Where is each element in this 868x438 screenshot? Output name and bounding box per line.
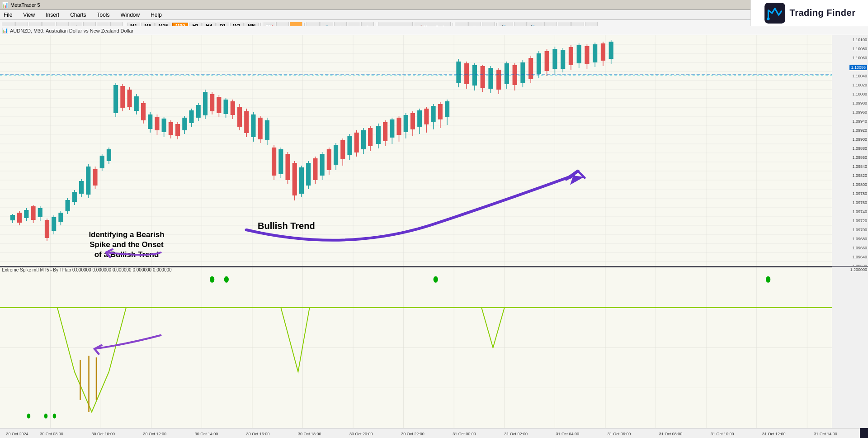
svg-rect-189: [513, 65, 517, 85]
svg-rect-143: [340, 140, 345, 159]
svg-rect-203: [569, 47, 573, 65]
menu-charts[interactable]: Charts: [68, 11, 88, 19]
menu-insert[interactable]: Insert: [44, 11, 61, 19]
svg-rect-201: [561, 50, 565, 69]
indicator-panel: [0, 267, 860, 428]
svg-rect-183: [488, 68, 493, 89]
menu-file[interactable]: File: [2, 11, 14, 19]
price-label-12: 1.09880: [852, 146, 867, 151]
svg-rect-131: [299, 167, 304, 194]
price-label-13: 1.09860: [852, 155, 867, 160]
svg-rect-133: [306, 163, 311, 186]
svg-rect-99: [189, 110, 193, 123]
svg-rect-129: [292, 163, 297, 195]
indicator-label: Extreme Spike mtf MT5 - By TFlab 0.00000…: [2, 267, 172, 272]
chart-symbol-timeframe: AUDNZD, M30: Australian Dollar vs New Ze…: [10, 28, 133, 33]
svg-rect-121: [265, 120, 269, 140]
svg-rect-127: [285, 154, 290, 180]
svg-rect-2: [0, 35, 860, 266]
svg-rect-101: [196, 105, 201, 118]
price-label-14: 1.09840: [852, 164, 867, 169]
svg-rect-123: [272, 148, 276, 176]
svg-rect-191: [520, 62, 525, 83]
svg-point-251: [44, 414, 48, 419]
time-axis: 30 Oct 2024 30 Oct 08:00 30 Oct 10:00 30…: [0, 428, 860, 438]
time-label-2: 30 Oct 08:00: [40, 432, 63, 436]
price-label-1: 1.10100: [852, 38, 867, 42]
price-label-16: 1.09800: [852, 182, 867, 187]
svg-point-245: [210, 276, 214, 283]
svg-rect-171: [438, 104, 443, 119]
time-label-6: 30 Oct 16:00: [246, 432, 270, 436]
time-label-14: 31 Oct 08:00: [659, 432, 683, 436]
svg-rect-185: [496, 70, 501, 90]
logo-icon: [764, 2, 786, 24]
svg-point-1: [767, 17, 769, 20]
svg-rect-57: [45, 220, 49, 238]
svg-rect-93: [169, 122, 173, 135]
price-label-23: 1.09660: [852, 246, 867, 250]
svg-rect-53: [31, 206, 35, 220]
time-label-11: 31 Oct 02:00: [504, 432, 528, 436]
time-label-8: 30 Oct 20:00: [349, 432, 373, 436]
svg-point-252: [53, 414, 57, 419]
svg-rect-161: [404, 115, 408, 132]
svg-rect-47: [10, 215, 15, 220]
svg-rect-151: [368, 128, 373, 146]
svg-rect-209: [593, 44, 597, 62]
app-icon: 📊: [2, 2, 9, 8]
time-label-12: 31 Oct 04:00: [556, 432, 580, 436]
svg-rect-65: [72, 192, 77, 202]
svg-rect-165: [417, 110, 422, 127]
menu-bar: File View Insert Charts Tools Window Hel…: [0, 10, 868, 20]
svg-rect-97: [182, 118, 187, 130]
time-label-15: 31 Oct 10:00: [711, 432, 734, 436]
svg-rect-195: [537, 53, 541, 74]
svg-rect-105: [210, 94, 214, 111]
time-label-10: 31 Oct 00:00: [453, 432, 476, 436]
price-label-24: 1.09640: [852, 255, 867, 259]
time-label-9: 30 Oct 22:00: [401, 432, 425, 436]
svg-rect-63: [66, 200, 70, 211]
svg-rect-71: [93, 169, 97, 186]
indicator-svg: [0, 267, 860, 428]
chart-container: 📊 AUDNZD, M30: Australian Dollar vs New …: [0, 26, 868, 438]
price-label-10: 1.09920: [852, 128, 867, 133]
svg-rect-85: [141, 103, 146, 120]
indicator-axis: 1.200000: [832, 267, 868, 428]
price-axis: 1.10100 1.10080 1.10060 1.10086 1.10040 …: [832, 35, 868, 266]
menu-tools[interactable]: Tools: [95, 11, 112, 19]
svg-rect-205: [577, 45, 581, 63]
main-chart[interactable]: Identifying a Bearish Spike and the Onse…: [0, 35, 860, 266]
time-label-1: 30 Oct 2024: [6, 432, 28, 436]
svg-rect-73: [100, 156, 104, 168]
time-label-5: 30 Oct 14:00: [195, 432, 218, 436]
svg-rect-167: [424, 109, 429, 124]
title-bar-left: 📊 MetaTrader 5: [2, 2, 40, 8]
svg-rect-149: [361, 130, 366, 149]
svg-rect-89: [155, 117, 159, 130]
price-label-6: 1.10000: [852, 92, 867, 96]
time-label-17: 31 Oct 14:00: [814, 432, 837, 436]
svg-rect-147: [354, 133, 359, 152]
svg-rect-83: [134, 96, 139, 111]
menu-view[interactable]: View: [21, 11, 37, 19]
svg-rect-193: [528, 58, 533, 79]
svg-rect-61: [58, 213, 63, 222]
svg-rect-51: [24, 210, 28, 218]
svg-rect-213: [609, 42, 613, 59]
price-label-15: 1.09820: [852, 173, 867, 178]
price-label-11: 1.09900: [852, 137, 867, 142]
svg-rect-175: [456, 62, 461, 83]
svg-rect-103: [203, 92, 208, 115]
menu-window[interactable]: Window: [119, 11, 142, 19]
svg-rect-211: [601, 43, 605, 61]
menu-help[interactable]: Help: [149, 11, 164, 19]
price-label-22: 1.09680: [852, 237, 867, 241]
svg-rect-113: [237, 107, 242, 127]
svg-rect-155: [383, 122, 387, 141]
svg-rect-179: [472, 65, 477, 86]
logo-area: Trading Finder: [750, 0, 868, 26]
title-text: MetaTrader 5: [10, 2, 40, 8]
svg-rect-81: [127, 90, 132, 107]
